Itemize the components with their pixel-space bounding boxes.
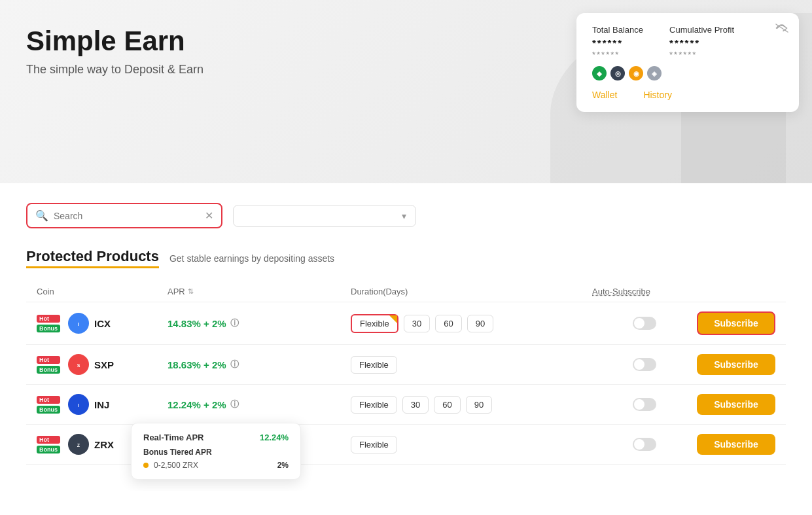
search-clear-icon[interactable]: ✕ [205, 209, 213, 222]
icx-60-btn[interactable]: 60 [435, 315, 461, 332]
zrx-name: ZRX [94, 439, 114, 450]
search-row: 🔍 ✕ ▾ [26, 203, 786, 228]
hide-balance-icon[interactable] [775, 22, 788, 36]
cumulative-profit-sub: ****** [669, 50, 734, 60]
bonus-badge: Bonus [37, 446, 60, 453]
svg-text:S: S [77, 363, 80, 368]
hot-badge: Hot [37, 315, 60, 323]
wallet-link[interactable]: Wallet [592, 90, 617, 100]
icx-apr: 14.83% + 2% ⓘ [168, 317, 351, 329]
total-balance-label: Total Balance [592, 25, 643, 35]
icx-subscribe-button[interactable]: Subscribe [697, 311, 775, 335]
zrx-flexible-btn[interactable]: Flexible [351, 436, 397, 453]
inj-90-btn[interactable]: 90 [466, 396, 492, 414]
icx-duration: Flexible 30 60 90 [351, 314, 592, 333]
inj-toggle-cell [592, 398, 697, 411]
history-link[interactable]: History [643, 90, 672, 100]
table-header: Coin APR ⇅ Duration(Days) Auto-Subscribe [26, 281, 786, 302]
coin-icon-1: ◆ [592, 66, 607, 80]
table-row: Hot Bonus S SXP 18.63% + 2% ⓘ Flexible S… [26, 345, 786, 385]
search-icon: 🔍 [35, 209, 48, 222]
tooltip-tier-value: 2% [277, 461, 289, 470]
inj-apr: 12.24% + 2% ⓘ [168, 399, 351, 410]
apr-tooltip-popup: Real-Time APR 12.24% Bonus Tiered APR 0-… [131, 423, 301, 480]
section-subtitle: Get stable earnings by depositing assets [169, 253, 334, 264]
hot-badge: Hot [37, 356, 60, 364]
sxp-avatar: S [68, 354, 89, 375]
tooltip-tier-range: 0-2,500 ZRX [154, 461, 198, 470]
sxp-subscribe-button[interactable]: Subscribe [697, 354, 775, 375]
th-duration: Duration(Days) [351, 287, 592, 296]
table-row: Hot Bonus I ICX 14.83% + 2% ⓘ Flexible 3… [26, 302, 786, 345]
inj-duration: Flexible 30 60 90 [351, 396, 592, 414]
tooltip-realtime-label: Real-Time APR [143, 433, 203, 442]
icx-name: ICX [94, 318, 111, 329]
inj-name: INJ [94, 399, 109, 410]
svg-text:I: I [78, 403, 79, 408]
icx-auto-subscribe-toggle[interactable] [633, 317, 656, 330]
tooltip-bonus-label: Bonus Tiered APR [143, 448, 289, 457]
inj-flexible-btn[interactable]: Flexible [351, 396, 397, 414]
sxp-apr: 18.63% + 2% ⓘ [168, 359, 351, 370]
sxp-flexible-btn[interactable]: Flexible [351, 356, 397, 374]
search-input[interactable] [54, 211, 200, 221]
filter-dropdown[interactable]: ▾ [233, 205, 416, 227]
coin-icons-row: ◆ ◎ ◉ ◈ [592, 66, 783, 80]
tooltip-realtime-row: Real-Time APR 12.24% [143, 433, 289, 442]
zrx-subscribe-button[interactable]: Subscribe [697, 434, 775, 455]
sort-icon[interactable]: ⇅ [188, 287, 194, 296]
coin-cell-sxp: Hot Bonus S SXP [37, 354, 168, 375]
bonus-badge: Bonus [37, 366, 60, 374]
search-box: 🔍 ✕ [26, 203, 222, 228]
inj-30-btn[interactable]: 30 [402, 396, 429, 414]
tier-dot-icon [143, 463, 149, 468]
cumulative-profit-col: Cumulative Profit ****** ****** [669, 25, 734, 60]
hero-section: Simple Earn The simple way to Deposit & … [0, 0, 812, 183]
icx-apr-info-icon[interactable]: ⓘ [230, 317, 239, 329]
balance-card: Total Balance ****** ****** Cumulative P… [576, 13, 799, 112]
total-balance-value: ****** [592, 37, 643, 48]
total-balance-col: Total Balance ****** ****** [592, 25, 643, 60]
inj-avatar: I [68, 394, 89, 415]
th-coin: Coin [37, 287, 168, 296]
zrx-avatar: Z [68, 434, 89, 455]
balance-row: Total Balance ****** ****** Cumulative P… [592, 25, 783, 60]
icx-badges: Hot Bonus [37, 315, 60, 332]
inj-badges: Hot Bonus [37, 396, 60, 414]
sxp-auto-subscribe-toggle[interactable] [633, 358, 656, 371]
coin-icon-4: ◈ [647, 66, 662, 80]
inj-auto-subscribe-toggle[interactable] [633, 398, 656, 411]
total-balance-sub: ****** [592, 50, 643, 60]
zrx-duration: Flexible [351, 436, 592, 453]
sxp-duration: Flexible [351, 356, 592, 374]
main-content: 🔍 ✕ ▾ Protected Products Get stable earn… [0, 183, 812, 491]
sxp-apr-info-icon[interactable]: ⓘ [230, 359, 239, 370]
inj-60-btn[interactable]: 60 [434, 396, 460, 414]
cumulative-profit-label: Cumulative Profit [669, 25, 734, 35]
bonus-badge: Bonus [37, 325, 60, 332]
hot-badge: Hot [37, 436, 60, 444]
icx-toggle-cell [592, 317, 697, 330]
coin-icon-3: ◉ [629, 66, 643, 80]
tooltip-tier-row: 0-2,500 ZRX 2% [143, 461, 289, 470]
sxp-toggle-cell [592, 358, 697, 371]
chevron-down-icon: ▾ [402, 211, 406, 221]
icx-90-btn[interactable]: 90 [467, 315, 493, 332]
zrx-auto-subscribe-toggle[interactable] [633, 438, 656, 451]
inj-subscribe-button[interactable]: Subscribe [697, 394, 775, 415]
hot-badge: Hot [37, 396, 60, 404]
svg-text:I: I [78, 321, 79, 327]
inj-apr-info-icon[interactable]: ⓘ [230, 399, 239, 410]
balance-links: Wallet History [592, 90, 783, 100]
sxp-name: SXP [94, 359, 114, 370]
icx-flexible-btn[interactable]: Flexible [351, 314, 398, 333]
cumulative-profit-value: ****** [669, 37, 734, 48]
th-auto-subscribe: Auto-Subscribe [592, 287, 697, 296]
th-apr: APR ⇅ [168, 287, 351, 296]
section-title-row: Protected Products Get stable earnings b… [26, 248, 786, 268]
zrx-toggle-cell [592, 438, 697, 451]
sxp-badges: Hot Bonus [37, 356, 60, 374]
icx-30-btn[interactable]: 30 [404, 315, 430, 332]
th-action [697, 287, 775, 296]
icx-avatar: I [68, 313, 89, 334]
